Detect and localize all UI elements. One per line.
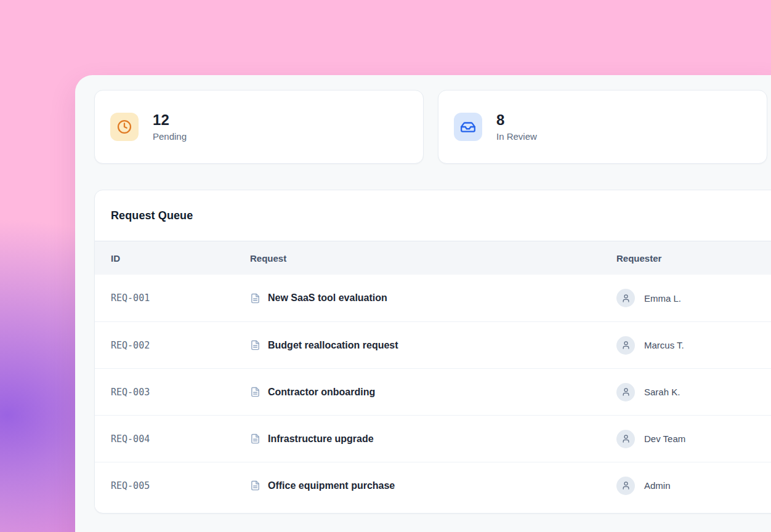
table-header-row: ID Request Requester <box>95 241 771 275</box>
table-row[interactable]: REQ-004 Infrastructure upgrade Dev Team <box>95 415 771 462</box>
column-header-id: ID <box>111 253 250 264</box>
stat-label: Pending <box>153 131 187 142</box>
table-row[interactable]: REQ-003 Contractor onboarding Sarah K. <box>95 368 771 415</box>
document-icon <box>250 293 260 304</box>
table-row[interactable]: REQ-001 New SaaS tool evaluation Emma L. <box>95 275 771 321</box>
queue-title-bar: Request Queue <box>95 190 771 241</box>
requester-cell: Sarah K. <box>616 383 771 401</box>
column-header-request: Request <box>250 253 616 264</box>
stat-icon-box <box>454 113 482 141</box>
requester-name: Dev Team <box>644 433 685 444</box>
request-title: New SaaS tool evaluation <box>268 292 387 304</box>
stat-value: 8 <box>496 112 537 128</box>
avatar <box>616 336 635 355</box>
stat-text: 8 In Review <box>496 112 537 141</box>
stat-card-in-review: 8 In Review <box>438 90 767 164</box>
request-cell: Budget reallocation request <box>250 340 616 351</box>
document-icon <box>250 387 260 397</box>
clock-icon <box>116 119 132 135</box>
user-icon <box>621 387 631 397</box>
stat-text: 12 Pending <box>153 112 187 141</box>
request-title: Infrastructure upgrade <box>268 433 374 445</box>
document-icon <box>250 433 260 444</box>
requester-cell: Marcus T. <box>616 336 771 355</box>
requester-cell: Dev Team <box>616 430 771 448</box>
user-icon <box>621 481 631 490</box>
stat-value: 12 <box>153 112 187 128</box>
requester-name: Marcus T. <box>644 340 684 350</box>
table-body: REQ-001 New SaaS tool evaluation Emma L.… <box>95 275 771 509</box>
user-icon <box>621 294 631 303</box>
column-header-requester: Requester <box>616 253 771 264</box>
requester-name: Admin <box>644 480 671 491</box>
request-title: Office equipment purchase <box>268 480 395 491</box>
avatar <box>616 289 635 307</box>
request-title: Contractor onboarding <box>268 387 375 398</box>
requester-cell: Emma L. <box>616 289 771 307</box>
inbox-icon <box>460 119 476 135</box>
avatar <box>616 383 635 401</box>
document-icon <box>250 480 260 491</box>
table-row[interactable]: REQ-002 Budget reallocation request Marc… <box>95 321 771 368</box>
request-id: REQ-005 <box>111 480 250 491</box>
requester-name: Emma L. <box>644 293 681 304</box>
stat-label: In Review <box>496 131 537 142</box>
document-icon <box>250 340 260 350</box>
requester-cell: Admin <box>616 477 771 495</box>
table-row[interactable]: REQ-005 Office equipment purchase Admin <box>95 462 771 509</box>
queue-title: Request Queue <box>111 209 193 222</box>
stat-card-pending: 12 Pending <box>94 90 424 164</box>
request-id: REQ-004 <box>111 433 250 445</box>
request-title: Budget reallocation request <box>268 340 398 351</box>
request-cell: New SaaS tool evaluation <box>250 292 616 304</box>
user-icon <box>621 341 631 350</box>
request-id: REQ-003 <box>111 387 250 398</box>
stat-icon-box <box>110 113 139 141</box>
request-cell: Contractor onboarding <box>250 387 616 398</box>
request-id: REQ-001 <box>111 292 250 304</box>
request-cell: Office equipment purchase <box>250 480 616 491</box>
requester-name: Sarah K. <box>644 387 680 397</box>
user-icon <box>621 434 631 443</box>
request-id: REQ-002 <box>111 340 250 351</box>
request-queue-card: Request Queue ID Request Requester REQ-0… <box>94 190 771 514</box>
avatar <box>616 430 635 448</box>
request-cell: Infrastructure upgrade <box>250 433 616 445</box>
main-panel: 12 Pending 8 In Review Request Queue ID … <box>75 75 771 532</box>
avatar <box>616 477 635 495</box>
